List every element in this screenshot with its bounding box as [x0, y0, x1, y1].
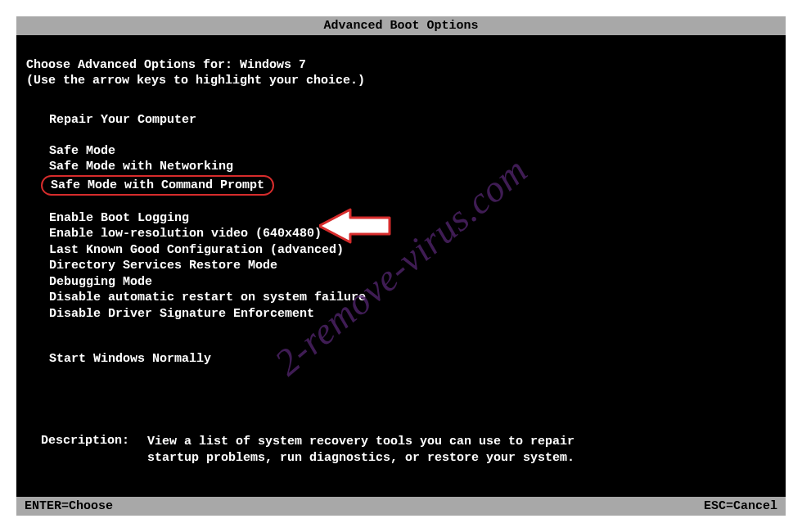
title-bar: Advanced Boot Options — [16, 16, 786, 35]
option-disable-driver-sig[interactable]: Disable Driver Signature Enforcement — [26, 306, 776, 322]
option-last-known-good[interactable]: Last Known Good Configuration (advanced) — [26, 242, 776, 259]
option-safe-mode-cmd-highlighted[interactable]: Safe Mode with Command Prompt — [26, 175, 776, 196]
option-safe-mode-cmd-label: Safe Mode with Command Prompt — [51, 178, 264, 192]
option-start-normally[interactable]: Start Windows Normally — [26, 351, 776, 367]
hint-line: (Use the arrow keys to highlight your ch… — [26, 74, 776, 88]
footer-bar: ENTER=Choose ESC=Cancel — [16, 497, 786, 516]
option-low-res-video[interactable]: Enable low-resolution video (640x480) — [26, 226, 776, 242]
description-text: View a list of system recovery tools you… — [147, 434, 606, 467]
boot-screen: Advanced Boot Options Choose Advanced Op… — [16, 16, 786, 516]
option-boot-logging[interactable]: Enable Boot Logging — [26, 210, 776, 227]
option-debugging[interactable]: Debugging Mode — [26, 274, 776, 291]
footer-enter: ENTER=Choose — [25, 499, 113, 513]
content-area: Choose Advanced Options for: Windows 7 (… — [16, 35, 786, 367]
highlight-ring: Safe Mode with Command Prompt — [41, 175, 274, 196]
prompt-prefix: Choose Advanced Options for: — [26, 58, 240, 72]
os-name: Windows 7 — [240, 58, 306, 72]
prompt-line: Choose Advanced Options for: Windows 7 — [26, 58, 776, 72]
option-repair[interactable]: Repair Your Computer — [26, 112, 776, 128]
description-block: Description: View a list of system recov… — [41, 434, 606, 467]
footer-esc: ESC=Cancel — [704, 499, 777, 513]
description-label: Description: — [41, 434, 147, 467]
option-disable-auto-restart[interactable]: Disable automatic restart on system fail… — [26, 290, 776, 306]
option-safe-mode[interactable]: Safe Mode — [26, 143, 776, 160]
option-dsrm[interactable]: Directory Services Restore Mode — [26, 258, 776, 274]
page-title: Advanced Boot Options — [323, 19, 478, 33]
option-safe-mode-networking[interactable]: Safe Mode with Networking — [26, 159, 776, 175]
